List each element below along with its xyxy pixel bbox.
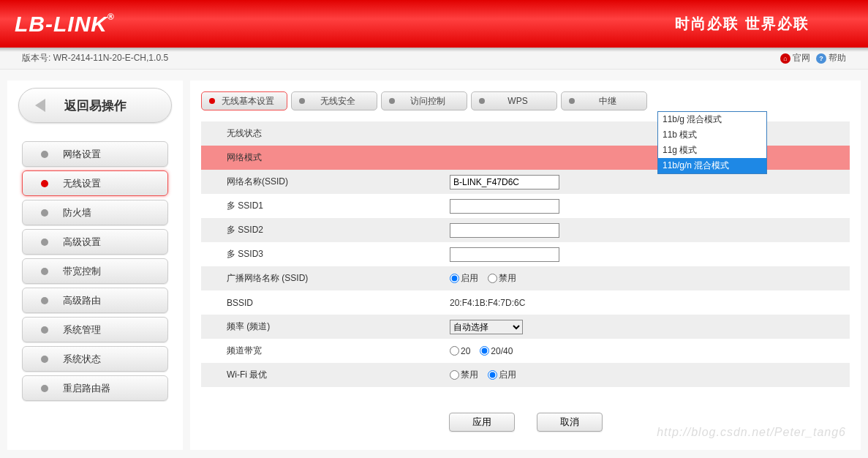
wifi-opt-disable-radio[interactable]: 禁用 [450, 369, 478, 381]
mssid3-label: 多 SSID3 [201, 248, 450, 260]
dot-icon [569, 98, 575, 104]
ssid-label: 网络名称(SSID) [201, 176, 450, 188]
channel-label: 频率 (频道) [201, 320, 450, 333]
dropdown-option[interactable]: 11b/g 混合模式 [658, 112, 766, 127]
help-icon: ? [816, 53, 826, 64]
main-panel: 无线基本设置 无线安全 访问控制 WPS 中继 11b/g 混合模式 11b 模… [190, 80, 861, 450]
sidebar-item-reboot[interactable]: 重启路由器 [22, 375, 168, 401]
bandwidth-label: 频道带宽 [201, 345, 450, 357]
channel-select[interactable]: 自动选择 [450, 320, 523, 334]
header: LB-LINK® 时尚必联 世界必联 [0, 0, 868, 48]
bssid-value: 20:F4:1B:F4:7D:6C [450, 298, 850, 308]
broadcast-label: 广播网络名称 (SSID) [201, 272, 450, 285]
mssid3-input[interactable] [450, 247, 559, 262]
apply-button[interactable]: 应用 [449, 413, 515, 432]
network-mode-label: 网络模式 [201, 151, 450, 164]
sidebar-item-system-status[interactable]: 系统状态 [22, 346, 168, 372]
official-site-link[interactable]: ⌂ 官网 [780, 52, 810, 64]
tab-wps[interactable]: WPS [471, 91, 557, 110]
home-icon: ⌂ [780, 53, 790, 64]
ssid-input[interactable] [450, 175, 559, 189]
dot-icon [41, 151, 48, 158]
bandwidth-2040-radio[interactable]: 20/40 [480, 346, 513, 356]
bssid-label: BSSID [201, 298, 450, 308]
sidebar: 返回易操作 网络设置 无线设置 防火墙 高级设置 带宽控制 高级路由 系统管理 … [7, 80, 183, 450]
dot-icon [299, 98, 305, 104]
dot-icon [41, 239, 48, 246]
dot-icon [41, 268, 48, 275]
dot-icon [479, 98, 485, 104]
tab-access[interactable]: 访问控制 [381, 91, 467, 110]
dot-icon [41, 180, 48, 187]
wireless-status-label: 无线状态 [201, 127, 450, 140]
header-slogan: 时尚必联 世界必联 [675, 14, 853, 34]
dropdown-option[interactable]: 11g 模式 [658, 143, 766, 158]
mssid2-label: 多 SSID2 [201, 224, 450, 236]
tab-repeater[interactable]: 中继 [561, 91, 647, 110]
sidebar-item-wireless[interactable]: 无线设置 [22, 170, 168, 196]
mssid1-label: 多 SSID1 [201, 200, 450, 212]
dropdown-option[interactable]: 11b/g/n 混合模式 [658, 158, 766, 173]
sidebar-item-bandwidth[interactable]: 带宽控制 [22, 258, 168, 284]
tab-security[interactable]: 无线安全 [291, 91, 377, 110]
help-link[interactable]: ? 帮助 [816, 52, 846, 64]
dot-icon [41, 297, 48, 304]
mssid1-input[interactable] [450, 199, 559, 214]
wifi-opt-label: Wi-Fi 最优 [201, 369, 450, 381]
cancel-button[interactable]: 取消 [537, 413, 603, 432]
broadcast-disable-radio[interactable]: 禁用 [488, 272, 516, 285]
wifi-opt-enable-radio[interactable]: 启用 [488, 369, 516, 381]
sidebar-item-advanced[interactable]: 高级设置 [22, 229, 168, 255]
dropdown-option[interactable]: 11b 模式 [658, 127, 766, 143]
tab-basic[interactable]: 无线基本设置 [201, 91, 287, 110]
dot-icon [41, 326, 48, 334]
sidebar-item-network[interactable]: 网络设置 [22, 141, 168, 167]
watermark: http://blog.csdn.net/Peter_tang6 [657, 426, 846, 439]
dot-icon [41, 385, 48, 392]
sidebar-item-firewall[interactable]: 防火墙 [22, 200, 168, 225]
bandwidth-20-radio[interactable]: 20 [450, 346, 470, 356]
version-label: 版本号: WR-2414-11N-20-E-CH,1.0.5 [22, 52, 168, 64]
sidebar-item-system-mgmt[interactable]: 系统管理 [22, 317, 168, 342]
brand-logo: LB-LINK® [15, 12, 115, 37]
back-button[interactable]: 返回易操作 [18, 88, 172, 123]
network-mode-dropdown[interactable]: 11b/g 混合模式 11b 模式 11g 模式 11b/g/n 混合模式 [657, 111, 767, 174]
dot-icon [209, 98, 215, 104]
back-arrow-icon [35, 99, 45, 112]
dot-icon [41, 356, 48, 363]
dot-icon [41, 209, 48, 217]
mssid2-input[interactable] [450, 223, 559, 238]
broadcast-enable-radio[interactable]: 启用 [450, 272, 478, 285]
sidebar-item-routing[interactable]: 高级路由 [22, 288, 168, 313]
dot-icon [389, 98, 395, 104]
